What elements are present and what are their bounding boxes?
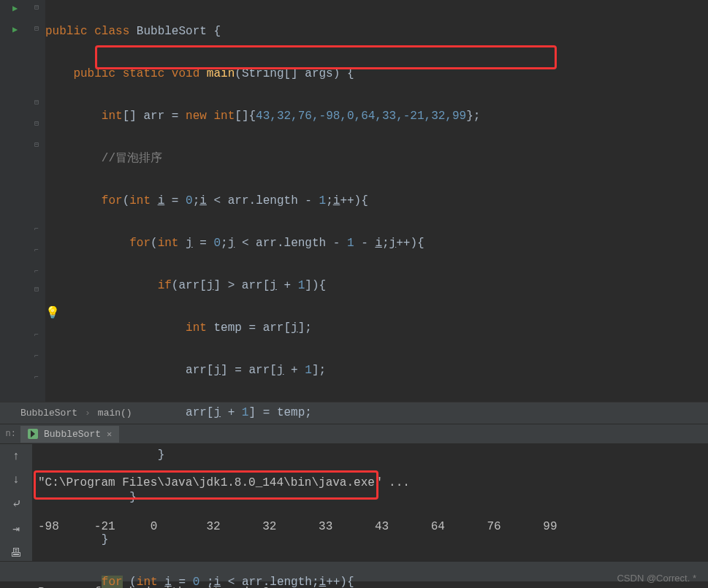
watermark: CSDN @Correct. * xyxy=(617,573,696,584)
brace-end-icon: ⌐ xyxy=(34,331,39,339)
brace-end-icon: ⌐ xyxy=(34,246,39,254)
run-label: n: xyxy=(0,429,20,439)
scroll-up-icon[interactable]: ↑ xyxy=(12,450,20,463)
code-editor[interactable]: ▶ ▶ ⊟ ⊟ ⊟ ⊟ ⊟ ⌐ ⌐ ⌐ ⊟ ⌐ ⌐ ⌐ 💡 public cla… xyxy=(0,0,708,402)
application-icon xyxy=(28,429,38,439)
gutter: ▶ ▶ xyxy=(0,0,32,402)
fold-icon[interactable]: ⊟ xyxy=(34,24,39,33)
brace-end-icon: ⌐ xyxy=(34,267,39,275)
fold-icon[interactable]: ⊟ xyxy=(34,140,39,149)
intention-bulb-icon[interactable]: 💡 xyxy=(45,305,60,320)
fold-icon[interactable]: ⊟ xyxy=(34,98,39,107)
fold-column: ⊟ ⊟ ⊟ ⊟ ⊟ ⌐ ⌐ ⌐ ⊟ ⌐ ⌐ ⌐ xyxy=(32,0,45,402)
fold-icon[interactable]: ⊟ xyxy=(34,285,39,294)
run-class-icon[interactable]: ▶ xyxy=(12,3,18,14)
brace-end-icon: ⌐ xyxy=(34,225,39,233)
fold-icon[interactable]: ⊟ xyxy=(34,3,39,12)
fold-icon[interactable]: ⊟ xyxy=(34,119,39,128)
print-icon[interactable]: 🖶 xyxy=(10,546,22,560)
brace-end-icon: ⌐ xyxy=(34,352,39,360)
code-area[interactable]: public class BubbleSort { public static … xyxy=(45,0,708,402)
brace-end-icon: ⌐ xyxy=(34,373,39,381)
scroll-to-end-icon[interactable]: ⇥ xyxy=(12,522,20,536)
console-toolbar: ↑ ↓ ⤶ ⇥ 🖶 xyxy=(0,444,32,561)
run-main-icon[interactable]: ▶ xyxy=(12,24,18,35)
soft-wrap-icon[interactable]: ⤶ xyxy=(12,497,21,511)
scroll-down-icon[interactable]: ↓ xyxy=(12,473,20,486)
